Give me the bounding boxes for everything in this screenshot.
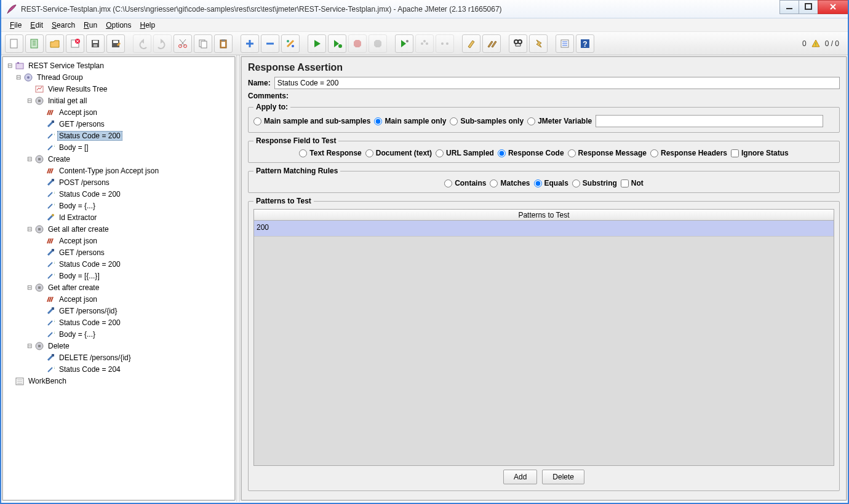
tree-thread-group[interactable]: Thread Group	[35, 73, 85, 82]
warning-icon	[811, 39, 820, 48]
tree-item[interactable]: GET /persons/{id}	[57, 306, 119, 316]
tree-item[interactable]: Body = {...}	[57, 201, 97, 211]
tree-item[interactable]: Accept json	[57, 294, 99, 304]
field-response-code[interactable]: Response Code	[498, 149, 564, 157]
tree-item[interactable]: Content-Type json Accept json	[57, 166, 161, 176]
tree-controller[interactable]: Create	[46, 154, 72, 164]
tree-toggle[interactable]: ⊟	[25, 342, 34, 349]
tree-item[interactable]: Accept json	[57, 236, 99, 246]
start-button[interactable]	[308, 34, 326, 53]
delete-button[interactable]: Delete	[542, 470, 584, 484]
templates-button[interactable]	[25, 34, 44, 53]
tree-toggle[interactable]: ⊟	[25, 284, 34, 291]
apply-main-sub[interactable]: Main sample and sub-samples	[253, 117, 370, 125]
pattern-row[interactable]: 200	[254, 221, 834, 237]
search-tree-button[interactable]	[509, 34, 527, 53]
remote-start-all-button[interactable]	[415, 34, 434, 53]
expand-button[interactable]	[241, 34, 259, 53]
menu-options[interactable]: Options	[102, 20, 135, 31]
tree-workbench[interactable]: WorkBench	[26, 376, 68, 386]
jmeter-variable-input[interactable]	[596, 115, 823, 127]
tree-toggle[interactable]: ⊟	[25, 156, 34, 162]
stop-button[interactable]	[348, 34, 367, 53]
tree-item[interactable]: Status Code = 200	[57, 189, 122, 199]
tree-toggle[interactable]: ⊟	[25, 97, 34, 104]
tree-controller[interactable]: Initial get all	[46, 96, 89, 106]
menu-edit[interactable]: Edit	[26, 20, 47, 31]
start-no-pause-button[interactable]	[328, 34, 346, 53]
svg-rect-40	[38, 100, 41, 102]
close-file-button[interactable]	[66, 34, 84, 53]
save-button[interactable]	[86, 34, 105, 53]
reset-search-button[interactable]	[529, 34, 548, 53]
rule-equals[interactable]: Equals	[534, 179, 568, 187]
undo-button[interactable]	[133, 34, 151, 53]
tree-item[interactable]: Status Code = 204	[57, 364, 122, 374]
tree-item[interactable]: Body = [{...}]	[57, 271, 102, 281]
rule-contains[interactable]: Contains	[444, 179, 486, 187]
remote-start-button[interactable]	[395, 34, 413, 53]
svg-rect-3	[31, 39, 38, 48]
apply-sub-only[interactable]: Sub-samples only	[450, 117, 524, 125]
clear-all-button[interactable]	[482, 34, 501, 53]
tree-toggle[interactable]: ⊟	[25, 226, 34, 232]
cut-button[interactable]	[173, 34, 192, 53]
menu-help[interactable]: Help	[137, 20, 159, 31]
toggle-button[interactable]	[281, 34, 300, 53]
ignore-status-checkbox[interactable]: Ignore Status	[731, 149, 789, 157]
maximize-button[interactable]	[799, 0, 818, 14]
help-button[interactable]: ?	[576, 34, 594, 53]
tree-item[interactable]: DELETE /persons/{id}	[57, 353, 133, 363]
assertion-icon: ?	[45, 201, 56, 211]
apply-main-only[interactable]: Main sample only	[374, 117, 446, 125]
tree-controller[interactable]: Get all after create	[46, 224, 111, 234]
field-text-response[interactable]: Text Response	[299, 149, 361, 157]
redo-button[interactable]	[153, 34, 172, 53]
minimize-button[interactable]	[779, 0, 799, 14]
tree-item[interactable]: Status Code = 200	[57, 259, 122, 269]
field-response-headers[interactable]: Response Headers	[650, 149, 727, 157]
tree-item[interactable]: Body = {...}	[57, 329, 97, 339]
add-button[interactable]: Add	[503, 470, 537, 484]
open-button[interactable]	[46, 34, 64, 53]
menu-run[interactable]: Run	[80, 20, 101, 31]
tree-item[interactable]: POST /persons	[57, 178, 111, 187]
tree-root[interactable]: REST Service Testplan	[26, 61, 106, 71]
tree-toggle[interactable]: ⊟	[6, 62, 14, 69]
tree-item[interactable]: Accept json	[57, 108, 99, 117]
field-document[interactable]: Document (text)	[365, 149, 432, 157]
field-response-message[interactable]: Response Message	[568, 149, 647, 157]
config-icon	[45, 108, 56, 117]
menu-file[interactable]: File	[6, 20, 25, 31]
splitter[interactable]	[236, 55, 240, 502]
name-input[interactable]	[274, 77, 840, 89]
shutdown-button[interactable]	[369, 34, 387, 53]
tree-item[interactable]: Body = []	[57, 143, 90, 152]
menu-search[interactable]: Search	[48, 20, 79, 31]
tree-toggle[interactable]: ⊟	[14, 74, 23, 81]
tree-item[interactable]: GET /persons	[57, 248, 106, 258]
field-url-sampled[interactable]: URL Sampled	[436, 149, 494, 157]
new-button[interactable]	[5, 34, 23, 53]
apply-jmeter-var[interactable]: JMeter Variable	[527, 117, 592, 125]
collapse-button[interactable]	[261, 34, 279, 53]
save-as-button[interactable]	[106, 34, 125, 53]
tree-controller[interactable]: Get after create	[46, 283, 101, 293]
rule-substring[interactable]: Substring	[572, 179, 617, 187]
function-helper-button[interactable]	[556, 34, 574, 53]
tree-item[interactable]: Id Extractor	[57, 213, 98, 222]
patterns-table[interactable]: Patterns to Test 200	[253, 209, 834, 466]
clear-button[interactable]	[462, 34, 480, 53]
tree-item[interactable]: GET /persons	[57, 119, 106, 129]
rule-matches[interactable]: Matches	[490, 179, 530, 187]
tree-controller[interactable]: Delete	[46, 341, 71, 351]
copy-button[interactable]	[194, 34, 212, 53]
tree-pane[interactable]: ⊟REST Service Testplan ⊟Thread Group Vie…	[2, 56, 236, 501]
remote-stop-button[interactable]	[436, 34, 454, 53]
tree-item[interactable]: Status Code = 200	[57, 318, 122, 328]
paste-button[interactable]	[214, 34, 233, 53]
tree-view-results[interactable]: View Results Tree	[46, 84, 110, 94]
close-button[interactable]	[818, 0, 848, 14]
rule-not-checkbox[interactable]: Not	[621, 179, 644, 187]
tree-item-selected[interactable]: Status Code = 200	[57, 131, 122, 141]
